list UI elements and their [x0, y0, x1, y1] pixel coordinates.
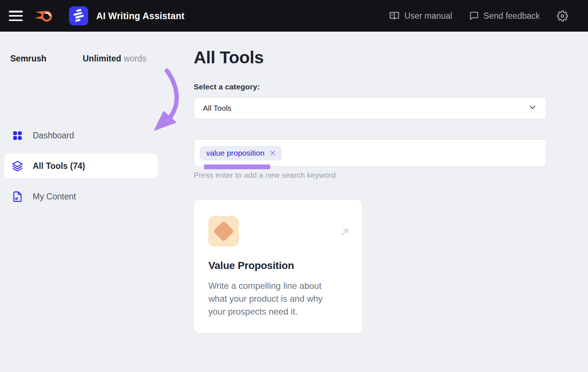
book-icon: [389, 11, 399, 21]
sidebar-item-label: All Tools (74): [33, 161, 85, 171]
tool-card-value-proposition[interactable]: Value Proposition Write a compelling lin…: [194, 200, 362, 333]
external-link-arrow-icon: [340, 227, 350, 238]
document-icon: [12, 191, 23, 202]
chat-bubble-icon: [469, 11, 479, 21]
keyword-search-field[interactable]: value proposition: [194, 139, 546, 167]
search-tag-chip[interactable]: value proposition: [200, 146, 282, 160]
category-label: Select a category:: [194, 82, 260, 91]
sidebar: Semrush Unlimitedwords Dashboard All Too…: [0, 32, 169, 372]
user-manual-button[interactable]: User manual: [389, 11, 452, 21]
tool-icon-tile: [208, 216, 239, 247]
category-select[interactable]: All Tools: [194, 97, 546, 119]
ai-writing-assistant-logo-icon: [69, 6, 88, 25]
search-input[interactable]: [286, 149, 540, 157]
category-selected-value: All Tools: [203, 104, 232, 113]
user-manual-label: User manual: [404, 11, 452, 21]
top-header: AI Writing Assistant User manual Send fe…: [0, 0, 588, 32]
page-title: All Tools: [194, 47, 263, 67]
send-feedback-label: Send feedback: [484, 11, 540, 21]
sidebar-item-all-tools[interactable]: All Tools (74): [4, 153, 158, 178]
grid-icon: [12, 130, 23, 141]
settings-gear-icon[interactable]: [557, 10, 568, 22]
sidebar-item-label: Dashboard: [33, 131, 74, 141]
tool-card-title: Value Proposition: [208, 260, 294, 272]
semrush-logo-icon[interactable]: [34, 7, 54, 25]
sidebar-item-dashboard[interactable]: Dashboard: [4, 127, 158, 144]
search-hint-text: Press enter to add a new search keyword: [194, 171, 336, 180]
chevron-down-icon: [528, 103, 537, 114]
search-tag-label: value proposition: [206, 149, 265, 157]
sidebar-item-label: My Content: [33, 192, 76, 202]
sidebar-brand: Semrush: [10, 54, 46, 64]
hamburger-menu-icon[interactable]: [9, 11, 23, 21]
send-feedback-button[interactable]: Send feedback: [469, 11, 540, 21]
tool-card-description: Write a compelling line about what your …: [208, 279, 338, 318]
app-title: AI Writing Assistant: [96, 11, 184, 21]
tag-close-icon[interactable]: [269, 149, 276, 157]
layers-icon: [12, 160, 23, 172]
plan-words-counter: Unlimitedwords: [83, 54, 146, 64]
diamond-icon: [213, 221, 234, 242]
sidebar-item-my-content[interactable]: My Content: [4, 188, 158, 205]
